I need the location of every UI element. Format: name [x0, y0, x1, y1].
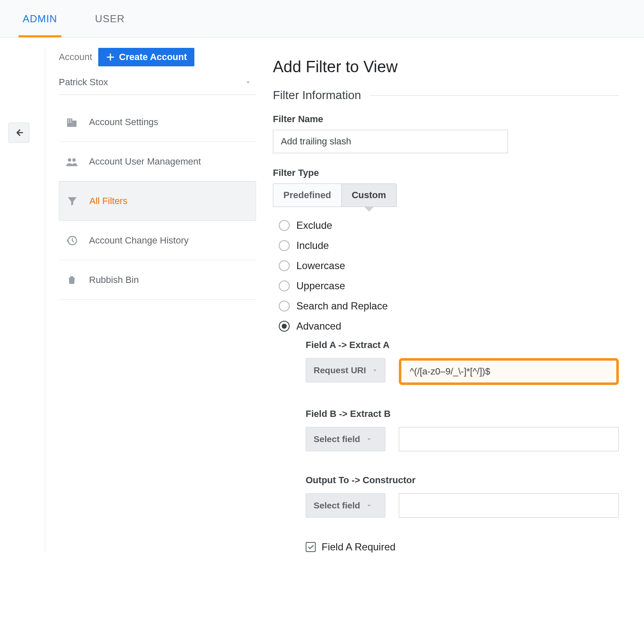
segment-custom[interactable]: Custom [341, 184, 396, 207]
sidebar-item-label: All Filters [89, 196, 127, 207]
svg-rect-2 [68, 119, 69, 120]
account-selector[interactable]: Patrick Stox [59, 70, 256, 95]
back-button[interactable] [8, 123, 29, 143]
users-icon [65, 154, 79, 169]
svg-rect-4 [68, 121, 69, 123]
field-a-pattern-input[interactable] [402, 361, 615, 382]
radio-include[interactable]: Include [279, 240, 619, 251]
radio-exclude[interactable]: Exclude [279, 220, 619, 231]
trash-icon [65, 273, 79, 287]
radio-advanced[interactable]: Advanced [279, 320, 619, 332]
radio-label: Lowercase [296, 260, 345, 272]
radio-label: Search and Replace [296, 300, 387, 312]
output-select[interactable]: Select field [306, 493, 385, 518]
radio-label: Advanced [296, 320, 341, 332]
field-a-required-checkbox[interactable]: Field A Required [273, 541, 619, 553]
output-to-label: Output To -> Constructor [306, 475, 619, 486]
create-account-label: Create Account [119, 52, 187, 63]
svg-rect-5 [70, 121, 71, 123]
output-pattern-input[interactable] [399, 493, 619, 518]
chevron-down-icon [244, 79, 252, 86]
radio-lowercase[interactable]: Lowercase [279, 260, 619, 272]
main-content: Add Filter to View Filter Information Fi… [256, 48, 644, 553]
filter-name-input[interactable] [273, 130, 508, 153]
sidebar-item-label: Account Settings [89, 117, 158, 128]
radio-search-replace[interactable]: Search and Replace [279, 300, 619, 312]
back-column [20, 48, 45, 553]
chevron-down-icon [365, 435, 373, 443]
dropdown-value: Request URI [314, 365, 366, 375]
back-arrow-icon [13, 127, 24, 138]
chevron-down-icon [371, 367, 379, 374]
top-tabs: ADMIN USER [0, 0, 644, 38]
radio-uppercase[interactable]: Uppercase [279, 280, 619, 292]
svg-rect-3 [70, 119, 71, 120]
tab-user[interactable]: USER [95, 0, 125, 37]
dropdown-value: Select field [314, 434, 360, 444]
sidebar-item-all-filters[interactable]: All Filters [59, 181, 256, 221]
create-account-button[interactable]: Create Account [98, 48, 195, 66]
radio-label: Exclude [296, 220, 332, 231]
field-b-pattern-input[interactable] [399, 427, 619, 451]
filter-name-label: Filter Name [273, 114, 619, 125]
sidebar-item-rubbish-bin[interactable]: Rubbish Bin [59, 260, 256, 300]
advanced-options: Field A -> Extract A Request URI Field B… [273, 340, 619, 518]
sidebar-item-change-history[interactable]: Account Change History [59, 221, 256, 260]
field-b-label: Field B -> Extract B [306, 408, 619, 419]
radio-label: Include [296, 240, 329, 251]
svg-point-7 [72, 158, 76, 162]
divider [369, 95, 619, 96]
sidebar-nav: Account Settings Account User Management… [59, 102, 256, 300]
plus-icon [106, 52, 115, 62]
dropdown-value: Select field [314, 500, 360, 510]
page-title: Add Filter to View [273, 58, 619, 76]
sidebar-item-user-management[interactable]: Account User Management [59, 142, 256, 181]
filter-type-label: Filter Type [273, 168, 619, 178]
field-a-highlight [399, 358, 619, 385]
radio-label: Uppercase [296, 280, 345, 292]
check-icon [307, 543, 314, 551]
field-a-label: Field A -> Extract A [306, 340, 619, 351]
sidebar-item-account-settings[interactable]: Account Settings [59, 102, 256, 142]
funnel-icon [65, 194, 79, 208]
field-b-select[interactable]: Select field [306, 427, 385, 451]
svg-rect-0 [67, 118, 73, 127]
chevron-down-icon [365, 502, 373, 509]
svg-rect-1 [72, 120, 76, 127]
building-icon [65, 115, 79, 129]
field-a-select[interactable]: Request URI [306, 358, 385, 382]
account-name: Patrick Stox [59, 77, 108, 88]
tab-admin[interactable]: ADMIN [23, 0, 57, 37]
section-filter-information: Filter Information [273, 89, 361, 102]
sidebar-item-label: Account User Management [89, 156, 201, 167]
history-icon [65, 233, 79, 248]
account-label: Account [59, 52, 92, 63]
sidebar-item-label: Account Change History [89, 235, 188, 246]
custom-filter-radios: Exclude Include Lowercase Uppercase Sear… [273, 220, 619, 332]
sidebar: Account Create Account Patrick Stox Acco… [59, 48, 256, 553]
sidebar-item-label: Rubbish Bin [89, 275, 139, 285]
filter-type-segments: Predefined Custom [273, 183, 397, 207]
svg-point-6 [68, 158, 71, 162]
checkbox-label: Field A Required [322, 541, 395, 553]
segment-predefined[interactable]: Predefined [273, 184, 341, 207]
checkbox-box [306, 542, 316, 552]
